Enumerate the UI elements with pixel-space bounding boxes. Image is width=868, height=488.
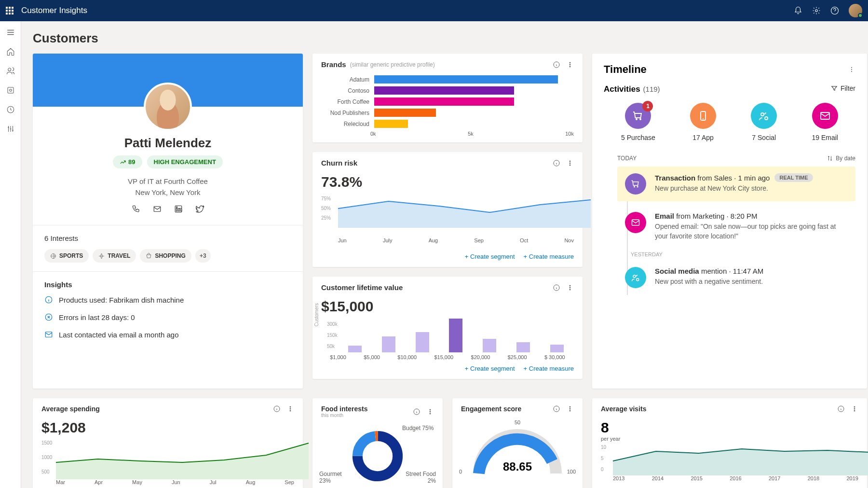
svg-point-28 bbox=[851, 71, 852, 72]
clv-bar bbox=[449, 319, 462, 352]
more-icon[interactable] bbox=[848, 66, 855, 73]
info-icon[interactable] bbox=[413, 408, 420, 416]
churn-value: 73.8% bbox=[312, 174, 583, 194]
user-avatar[interactable] bbox=[849, 4, 862, 17]
segments-icon[interactable] bbox=[6, 86, 15, 95]
timeline-sort[interactable]: By date bbox=[827, 155, 855, 162]
svg-rect-3 bbox=[8, 87, 14, 93]
interest-chip[interactable]: TRAVEL bbox=[93, 249, 136, 263]
bell-icon[interactable] bbox=[794, 6, 802, 15]
brand-label: Forth Coffee bbox=[321, 98, 374, 105]
left-nav bbox=[0, 21, 21, 488]
food-donut-chart bbox=[351, 430, 404, 483]
activity-category[interactable]: 17 App bbox=[690, 103, 716, 141]
timeline-item[interactable]: Email from Marketing · 8:20 PMOpened ema… bbox=[617, 205, 855, 248]
data-icon[interactable] bbox=[6, 125, 15, 133]
svg-point-49 bbox=[570, 408, 570, 409]
info-icon[interactable] bbox=[837, 405, 845, 413]
svg-point-2 bbox=[8, 68, 11, 71]
avg-visits-chart bbox=[613, 442, 868, 475]
gear-icon[interactable] bbox=[812, 6, 821, 15]
info-icon[interactable] bbox=[553, 159, 560, 167]
mail-icon[interactable] bbox=[153, 205, 162, 213]
create-segment-link[interactable]: + Create segment bbox=[465, 365, 515, 372]
interests-more[interactable]: +3 bbox=[195, 249, 211, 263]
svg-point-39 bbox=[290, 410, 291, 411]
filter-button[interactable]: Filter bbox=[831, 84, 855, 92]
svg-point-41 bbox=[430, 409, 431, 410]
help-icon[interactable] bbox=[830, 6, 839, 15]
food-interests-card: Food intereststhis month Budget 75% Gour… bbox=[312, 398, 443, 488]
insight-item: Errors in last 28 days: 0 bbox=[44, 313, 291, 321]
info-icon[interactable] bbox=[553, 61, 560, 69]
activity-category[interactable]: 7 Social bbox=[751, 103, 777, 141]
svg-point-23 bbox=[570, 285, 570, 286]
avg-spending-chart bbox=[56, 436, 309, 479]
page-title: Customers bbox=[33, 31, 856, 46]
svg-point-17 bbox=[570, 66, 570, 67]
phone-icon[interactable] bbox=[132, 205, 140, 213]
more-icon[interactable] bbox=[566, 405, 574, 413]
svg-point-25 bbox=[570, 289, 570, 290]
clv-card: Customer lifetime value $15,000 Customer… bbox=[312, 277, 583, 379]
brands-card: Brands (similar generic predictive profi… bbox=[312, 54, 583, 142]
measures-icon[interactable] bbox=[6, 105, 15, 114]
brands-axis: 0k5k10k bbox=[312, 131, 583, 142]
svg-point-19 bbox=[570, 161, 570, 162]
timeline-item[interactable]: Transaction from Sales · 1 min agoREAL T… bbox=[617, 167, 855, 201]
insight-item: Last contacted via email a month ago bbox=[44, 330, 291, 339]
brand-bar bbox=[374, 120, 408, 128]
svg-point-48 bbox=[570, 406, 570, 407]
svg-point-31 bbox=[765, 117, 768, 120]
hamburger-icon[interactable] bbox=[6, 28, 15, 37]
activity-category[interactable]: 15 Purchase bbox=[621, 103, 655, 141]
engagement-score-badge: 89 bbox=[113, 155, 142, 168]
svg-point-27 bbox=[851, 69, 852, 70]
svg-point-26 bbox=[851, 67, 852, 68]
more-icon[interactable] bbox=[851, 405, 858, 413]
linkedin-icon[interactable] bbox=[174, 205, 183, 213]
customers-icon[interactable] bbox=[6, 67, 15, 75]
profile-hero bbox=[33, 54, 303, 107]
create-measure-link[interactable]: + Create measure bbox=[524, 365, 574, 372]
more-icon[interactable] bbox=[566, 159, 574, 167]
interest-chip[interactable]: SPORTS bbox=[44, 249, 89, 263]
more-icon[interactable] bbox=[426, 408, 434, 416]
brand-bar bbox=[374, 98, 514, 106]
svg-point-34 bbox=[633, 275, 636, 278]
activities-count: (119) bbox=[643, 85, 660, 93]
home-icon[interactable] bbox=[6, 47, 15, 56]
timeline-item[interactable]: Social media mention · 11:47 AMNew post … bbox=[617, 260, 855, 295]
svg-point-38 bbox=[290, 408, 291, 409]
activities-label: Activities bbox=[604, 84, 640, 94]
activity-category[interactable]: 19 Email bbox=[812, 103, 838, 141]
brand-bar bbox=[374, 109, 436, 117]
svg-point-50 bbox=[570, 410, 570, 411]
info-icon[interactable] bbox=[553, 405, 560, 413]
app-launcher-icon[interactable] bbox=[6, 7, 14, 14]
clv-title: Customer lifetime value bbox=[321, 283, 403, 292]
twitter-icon[interactable] bbox=[195, 205, 204, 213]
clv-bar bbox=[382, 336, 395, 352]
clv-chart bbox=[329, 319, 583, 352]
info-icon[interactable] bbox=[553, 284, 560, 292]
svg-point-52 bbox=[854, 406, 855, 407]
svg-point-9 bbox=[176, 207, 177, 208]
create-measure-link[interactable]: + Create measure bbox=[524, 253, 574, 260]
svg-point-54 bbox=[854, 410, 855, 411]
info-icon[interactable] bbox=[273, 405, 281, 413]
more-icon[interactable] bbox=[286, 405, 294, 413]
more-icon[interactable] bbox=[566, 284, 574, 292]
create-segment-link[interactable]: + Create segment bbox=[465, 253, 515, 260]
interest-chip[interactable]: SHOPPING bbox=[140, 249, 191, 263]
clv-bar bbox=[550, 345, 564, 352]
brand-bar bbox=[374, 86, 514, 95]
topbar: Customer Insights bbox=[0, 0, 868, 21]
more-icon[interactable] bbox=[566, 61, 574, 69]
churn-chart bbox=[338, 194, 591, 228]
churn-title: Churn risk bbox=[321, 159, 357, 167]
insights-heading: Insights bbox=[44, 280, 291, 289]
timeline-card: Timeline Activities(119) Filter 15 Purch… bbox=[592, 54, 867, 389]
insight-item: Products used: Fabrikam dish machine bbox=[44, 295, 291, 304]
svg-point-20 bbox=[570, 163, 570, 164]
